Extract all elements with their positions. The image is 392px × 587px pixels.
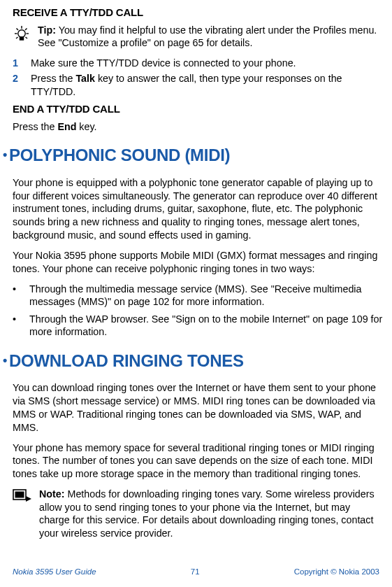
footer-right: Copyright © Nokia 2003 xyxy=(294,567,379,577)
step-text-before: Press the xyxy=(31,73,75,84)
end-heading: END A TTY/TDD CALL xyxy=(13,102,392,116)
footer-page-number: 71 xyxy=(191,567,200,577)
polyphonic-para-1: Your phone is equipped with a polyphonic… xyxy=(13,176,392,242)
note-text: Note: Methods for downloading ringing to… xyxy=(39,488,382,539)
polyphonic-heading: •POLYPHONIC SOUND (MIDI) xyxy=(13,144,392,166)
bullet-dot-icon: • xyxy=(13,283,20,309)
svg-line-6 xyxy=(25,28,27,30)
tip-block: Tip: You may find it helpful to use the … xyxy=(13,24,392,50)
step-1: 1 Make sure the TTY/TDD device is connec… xyxy=(13,57,392,70)
lightbulb-icon xyxy=(13,25,31,45)
polyphonic-bullet-2: • Through the WAP browser. See "Sign on … xyxy=(13,313,392,339)
svg-line-5 xyxy=(17,28,19,30)
end-bold: End xyxy=(57,121,76,132)
tip-label: Tip: xyxy=(38,24,56,36)
tip-body: You may find it helpful to use the vibra… xyxy=(38,24,377,49)
step-2: 2 Press the Talk key to answer the call,… xyxy=(13,72,392,98)
step-text: Make sure the TTY/TDD device is connecte… xyxy=(31,57,296,70)
bullet-dot-icon: • xyxy=(13,313,20,339)
svg-line-7 xyxy=(16,37,18,38)
receive-heading: RECEIVE A TTY/TDD CALL xyxy=(13,6,392,20)
note-body: Methods for downloading ringing tones va… xyxy=(39,488,375,539)
footer-left: Nokia 3595 User Guide xyxy=(13,567,96,577)
svg-marker-11 xyxy=(26,496,31,502)
svg-line-8 xyxy=(26,37,28,38)
tip-text: Tip: You may find it helpful to use the … xyxy=(38,24,381,50)
download-para-1: You can download ringing tones over the … xyxy=(13,381,392,434)
svg-point-0 xyxy=(18,29,25,36)
polyphonic-bullet-1: • Through the multimedia message service… xyxy=(13,283,392,309)
download-heading-text: DOWNLOAD RINGING TONES xyxy=(9,351,244,370)
download-para-2: Your phone has memory space for several … xyxy=(13,441,392,481)
step-number: 2 xyxy=(13,72,21,98)
end-before: Press the xyxy=(13,121,57,132)
polyphonic-para-2: Your Nokia 3595 phone supports Mobile MI… xyxy=(13,249,392,276)
download-heading: •DOWNLOAD RINGING TONES xyxy=(13,350,392,372)
heading-bullet-icon: • xyxy=(3,148,7,162)
bullet-text: Through the WAP browser. See "Sign on to… xyxy=(29,313,384,339)
end-after: key. xyxy=(76,121,96,132)
heading-bullet-icon: • xyxy=(3,353,7,367)
step-text-bold: Talk xyxy=(75,73,95,84)
svg-rect-1 xyxy=(20,37,24,40)
step-number: 1 xyxy=(13,57,21,70)
note-icon xyxy=(13,489,32,504)
step-text: Press the Talk key to answer the call, t… xyxy=(31,72,389,98)
polyphonic-heading-text: POLYPHONIC SOUND (MIDI) xyxy=(9,146,230,164)
page-footer: Nokia 3595 User Guide 71 Copyright © Nok… xyxy=(0,567,392,577)
end-paragraph: Press the End key. xyxy=(13,120,392,134)
svg-rect-10 xyxy=(15,492,24,498)
bullet-text: Through the multimedia message service (… xyxy=(29,283,384,309)
note-label: Note: xyxy=(39,488,65,500)
note-block: Note: Methods for downloading ringing to… xyxy=(13,488,392,539)
